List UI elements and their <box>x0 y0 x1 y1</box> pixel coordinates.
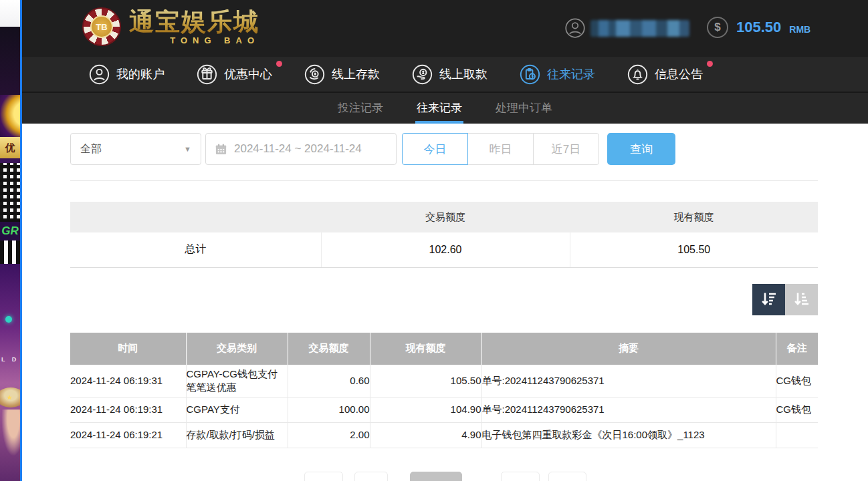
cell-amount: 0.60 <box>288 365 370 397</box>
background-window-strip: 优 GR L D <box>0 0 20 481</box>
transactions-tbody: 2024-11-24 06:19:31 CGPAY-CG钱包支付笔笔送优惠 0.… <box>70 365 818 448</box>
range-button-yesterday[interactable]: 昨日 <box>467 133 534 165</box>
pagination-bar <box>70 472 818 481</box>
column-header-type[interactable]: 交易类别 <box>186 333 288 365</box>
brand-name-en: TONG BAO <box>170 36 259 45</box>
nav-item-announcements[interactable]: 信息公告 <box>627 64 703 85</box>
nav-item-promotions[interactable]: 优惠中心 <box>197 64 272 85</box>
nav-label: 信息公告 <box>655 66 703 82</box>
casino-records-window: TB 通宝娱乐城 TONG BAO $ 105.50 RMB <box>22 0 868 481</box>
cell-note: CG钱包 <box>776 365 818 397</box>
character-artwork <box>1 410 20 456</box>
calendar-icon <box>215 143 227 156</box>
username-blurred <box>590 20 689 37</box>
chevron-down-icon: ▼ <box>184 145 191 153</box>
nav-label: 线上取款 <box>439 66 487 82</box>
transactions-table: 时间 交易类别 交易额度 现有额度 摘要 备注 2024-11-24 06:19… <box>70 333 818 448</box>
date-range-value: 2024-11-24 ~ 2024-11-24 <box>234 142 362 156</box>
artwork-letters: L D <box>1 356 19 363</box>
nav-item-withdraw[interactable]: 线上取款 <box>412 64 487 85</box>
sort-descending-icon <box>760 290 778 309</box>
summary-total-label: 总计 <box>70 232 321 267</box>
cell-time: 2024-11-24 06:19:31 <box>70 397 186 422</box>
primary-nav: 我的账户 优惠中心 线上存款 <box>22 57 868 92</box>
summary-transaction-total: 102.60 <box>321 232 570 267</box>
pagination-button-current[interactable] <box>410 472 462 481</box>
column-header-summary[interactable]: 摘要 <box>481 333 776 365</box>
user-icon <box>89 64 110 85</box>
column-header-amount[interactable]: 交易额度 <box>288 333 370 365</box>
summary-balance-total: 105.50 <box>570 232 818 267</box>
nav-item-deposit[interactable]: 线上存款 <box>304 64 380 85</box>
table-row[interactable]: 2024-11-24 06:19:31 CGPAY-CG钱包支付笔笔送优惠 0.… <box>70 365 818 397</box>
range-button-last7days[interactable]: 近7日 <box>533 133 599 165</box>
notification-dot <box>707 61 713 67</box>
withdraw-icon <box>412 64 433 85</box>
table-row[interactable]: 2024-11-24 06:19:31 CGPAY支付 100.00 104.9… <box>70 397 818 422</box>
nav-label: 优惠中心 <box>224 66 272 82</box>
nav-label: 我的账户 <box>116 66 165 82</box>
summary-header-transaction: 交易额度 <box>321 202 570 232</box>
records-tab-bar: 投注记录 往来记录 处理中订单 <box>22 92 868 124</box>
pagination-button[interactable] <box>304 472 343 481</box>
user-account-area[interactable] <box>565 18 689 38</box>
pagination-button[interactable] <box>548 472 586 481</box>
brand-text: 通宝娱乐城 TONG BAO <box>129 9 259 45</box>
nav-item-my-account[interactable]: 我的账户 <box>89 64 165 85</box>
balance-amount: 105.50 <box>736 19 781 36</box>
cell-summary: 单号:202411243790625371 <box>481 365 776 397</box>
nav-label: 往来记录 <box>547 66 595 82</box>
tab-betting-records[interactable]: 投注记录 <box>336 93 385 124</box>
column-header-note[interactable]: 备注 <box>776 333 818 365</box>
cell-type: CGPAY-CG钱包支付笔笔送优惠 <box>186 365 288 397</box>
balance-display[interactable]: $ 105.50 RMB <box>707 17 810 38</box>
cell-type: 存款/取款/打码/损益 <box>186 422 288 448</box>
dollar-circle-icon: $ <box>707 17 728 38</box>
quick-range-group: 今日 昨日 近7日 <box>402 133 599 165</box>
tab-transaction-records[interactable]: 往来记录 <box>415 93 463 124</box>
table-row[interactable]: 2024-11-24 06:19:21 存款/取款/打码/损益 2.00 4.9… <box>70 422 818 448</box>
cell-amount: 2.00 <box>288 422 370 448</box>
cell-balance: 4.90 <box>370 422 481 448</box>
pagination-button[interactable] <box>501 472 540 481</box>
pagination-button[interactable] <box>354 472 388 481</box>
date-range-input[interactable]: 2024-11-24 ~ 2024-11-24 <box>205 133 397 165</box>
balance-currency: RMB <box>789 24 810 35</box>
promo-badge: 优 <box>0 137 20 158</box>
sort-ascending-button[interactable] <box>785 284 818 315</box>
artwork-dot <box>5 316 12 323</box>
records-icon <box>520 64 540 85</box>
tab-pending-orders[interactable]: 处理中订单 <box>494 93 554 124</box>
notification-dot <box>276 61 282 67</box>
chip-tb-monogram: TB <box>90 15 113 38</box>
gift-icon <box>197 64 217 85</box>
site-logo[interactable]: TB 通宝娱乐城 TONG BAO <box>82 7 259 46</box>
summary-total-row: 总计 102.60 105.50 <box>70 232 818 267</box>
nav-item-records[interactable]: 往来记录 <box>520 64 595 85</box>
site-header: TB 通宝娱乐城 TONG BAO $ 105.50 RMB <box>22 0 868 57</box>
strip-spacer <box>0 158 20 163</box>
cell-summary: 电子钱包第四重取款彩金《次日16:00领取》_1123 <box>481 422 776 448</box>
query-button[interactable]: 查询 <box>607 133 675 165</box>
summary-table: 交易额度 现有额度 总计 102.60 105.50 <box>70 202 818 268</box>
bell-icon <box>627 64 648 85</box>
cell-balance: 104.90 <box>370 397 481 422</box>
type-select[interactable]: 全部 ▼ <box>70 133 201 165</box>
qr-code <box>0 163 20 222</box>
cell-time: 2024-11-24 06:19:31 <box>70 365 186 397</box>
column-header-time[interactable]: 时间 <box>70 333 186 365</box>
records-content: 全部 ▼ 2024-11-24 ~ 2024-11-24 今日 昨日 近7日 查… <box>70 124 818 481</box>
filter-row: 全部 ▼ 2024-11-24 ~ 2024-11-24 今日 昨日 近7日 查… <box>70 133 818 165</box>
cell-balance: 105.50 <box>370 365 481 397</box>
transactions-header-row: 时间 交易类别 交易额度 现有额度 摘要 备注 <box>70 333 818 365</box>
column-header-balance[interactable]: 现有额度 <box>370 333 481 365</box>
cell-note: CG钱包 <box>776 397 818 422</box>
sort-descending-button[interactable] <box>752 284 785 315</box>
summary-header-empty <box>70 202 321 232</box>
qr-code-2 <box>0 240 20 264</box>
range-button-today[interactable]: 今日 <box>402 133 468 165</box>
sort-ascending-icon <box>792 290 811 309</box>
gr-text: GR <box>0 222 20 240</box>
brand-name-cn: 通宝娱乐城 <box>129 9 259 34</box>
summary-header-balance: 现有额度 <box>570 202 818 232</box>
